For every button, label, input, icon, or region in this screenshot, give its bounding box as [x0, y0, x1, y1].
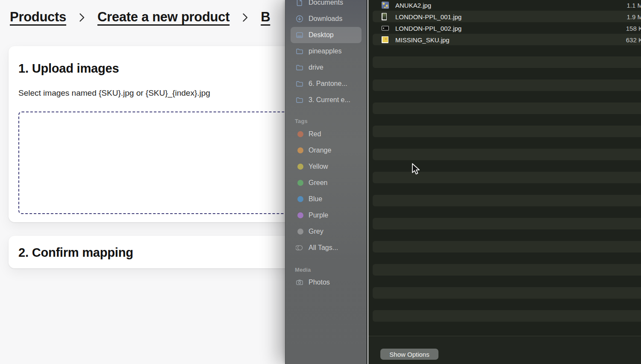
tag-label: Yellow — [309, 163, 328, 170]
file-size: 632 KB — [626, 36, 641, 43]
tag-item-green[interactable]: Green — [291, 175, 362, 191]
mapping-section-title: 2. Confirm mapping — [9, 236, 299, 260]
chevron-right-icon — [242, 12, 248, 23]
empty-row-stripe — [373, 264, 641, 276]
file-row[interactable]: LONDON-PPL_002.jpg 158 KB — [368, 22, 641, 34]
all-tags-item[interactable]: All Tags... — [291, 240, 362, 256]
all-tags-label: All Tags... — [309, 244, 338, 252]
upload-section-title: 1. Upload images — [9, 46, 299, 76]
tag-item-purple[interactable]: Purple — [291, 207, 362, 223]
empty-row-stripe — [373, 79, 641, 91]
upload-section-subtitle: Select images named {SKU}.jpg or {SKU}_{… — [9, 88, 299, 98]
tag-label: Purple — [309, 211, 328, 219]
sidebar-item-label: Documents — [309, 0, 343, 6]
tag-color-dot — [297, 196, 303, 202]
file-row[interactable]: ANUKA2.jpg 1.1 MB — [368, 0, 641, 11]
folder-icon — [296, 80, 303, 88]
tag-item-red[interactable]: Red — [291, 126, 362, 142]
sidebar-item-label: Desktop — [309, 31, 334, 39]
tag-label: Grey — [309, 228, 323, 235]
sidebar-item-current[interactable]: 3. Current e... — [291, 92, 362, 108]
tag-color-dot — [297, 212, 303, 218]
sidebar-item-label: 3. Current e... — [309, 96, 350, 104]
sidebar-item-photos[interactable]: Photos — [291, 274, 362, 291]
finder-sidebar: Documents Downloads Desktop pineapples — [285, 0, 368, 364]
document-icon — [296, 0, 303, 6]
sidebar-item-documents[interactable]: Documents — [291, 0, 362, 11]
sidebar-item-label: drive — [309, 64, 323, 71]
sidebar-item-drive[interactable]: drive — [291, 59, 362, 76]
file-list-panel: ANUKA2.jpg 1.1 MB LONDON-PPL_001.jpg 1.9… — [368, 0, 641, 364]
sidebar-item-pantone[interactable]: 6. Pantone... — [291, 76, 362, 92]
tags-section-header: Tags — [295, 118, 308, 124]
sidebar-item-label: Photos — [309, 279, 330, 286]
sidebar-item-label: 6. Pantone... — [309, 80, 347, 88]
tag-color-dot — [297, 180, 303, 186]
folder-icon — [296, 47, 303, 55]
breadcrumb-link-create-product[interactable]: Create a new product — [97, 9, 229, 25]
tag-item-orange[interactable]: Orange — [291, 142, 362, 159]
empty-row-stripe — [373, 310, 641, 322]
sidebar-item-downloads[interactable]: Downloads — [291, 11, 362, 27]
media-section-header: Media — [295, 267, 311, 273]
folder-icon — [296, 96, 303, 104]
all-tags-icon — [296, 244, 303, 252]
file-open-dialog: Documents Downloads Desktop pineapples — [285, 0, 641, 364]
desktop-icon — [296, 31, 303, 39]
file-row[interactable]: MISSING_SKU.jpg 632 KB — [368, 34, 641, 45]
tag-label: Green — [309, 179, 327, 187]
empty-row-stripe — [373, 241, 641, 252]
file-size: 1.1 MB — [626, 1, 641, 9]
tag-color-dot — [297, 229, 303, 235]
empty-row-stripe — [373, 126, 641, 137]
sidebar-item-pineapples[interactable]: pineapples — [291, 43, 362, 59]
breadcrumb: Products Create a new product B — [10, 9, 270, 25]
file-name: ANUKA2.jpg — [395, 1, 431, 9]
empty-row-stripe — [373, 103, 641, 114]
tag-color-dot — [297, 147, 303, 153]
tag-label: Blue — [309, 195, 322, 203]
file-name: LONDON-PPL_002.jpg — [395, 24, 462, 32]
sidebar-item-label: pineapples — [309, 47, 341, 55]
camera-icon — [296, 279, 303, 286]
sidebar-media: Photos — [285, 274, 367, 291]
tag-item-yellow[interactable]: Yellow — [291, 159, 362, 175]
tag-label: Orange — [309, 147, 331, 154]
chevron-right-icon — [79, 12, 85, 23]
breadcrumb-link-truncated[interactable]: B — [261, 9, 270, 25]
confirm-mapping-card: 2. Confirm mapping — [9, 236, 299, 268]
file-size: 158 KB — [626, 24, 641, 32]
tag-color-dot — [297, 164, 303, 170]
sidebar-item-label: Downloads — [309, 15, 342, 23]
sidebar-tags: Red Orange Yellow Green Blue Purple — [285, 126, 367, 256]
file-row[interactable]: LONDON-PPL_001.jpg 1.9 MB — [368, 11, 641, 22]
upload-images-card: 1. Upload images Select images named {SK… — [9, 46, 299, 222]
sidebar-favorites: Documents Downloads Desktop pineapples — [285, 0, 367, 108]
empty-row-stripe — [373, 195, 641, 206]
tag-item-grey[interactable]: Grey — [291, 223, 362, 240]
file-size: 1.9 MB — [626, 13, 641, 20]
tag-color-dot — [297, 131, 303, 137]
dialog-bottom-bar: Show Options — [368, 336, 641, 364]
folder-icon — [296, 64, 303, 71]
download-icon — [296, 15, 303, 23]
file-thumbnail-icon — [382, 1, 389, 9]
empty-row-stripe — [373, 287, 641, 299]
tag-item-blue[interactable]: Blue — [291, 191, 362, 207]
empty-row-stripe — [373, 149, 641, 160]
file-name: MISSING_SKU.jpg — [395, 36, 450, 43]
file-thumbnail-icon — [382, 13, 387, 20]
file-thumbnail-icon — [382, 36, 388, 43]
show-options-button[interactable]: Show Options — [380, 349, 438, 360]
empty-row-stripe — [373, 56, 641, 68]
image-upload-dropzone[interactable] — [18, 112, 293, 214]
empty-row-stripe — [373, 172, 641, 183]
breadcrumb-link-products[interactable]: Products — [10, 9, 66, 25]
file-name: LONDON-PPL_001.jpg — [395, 13, 462, 20]
tag-label: Red — [309, 130, 321, 138]
sidebar-item-desktop[interactable]: Desktop — [291, 27, 362, 43]
empty-row-stripe — [373, 218, 641, 229]
file-thumbnail-icon — [382, 26, 389, 30]
